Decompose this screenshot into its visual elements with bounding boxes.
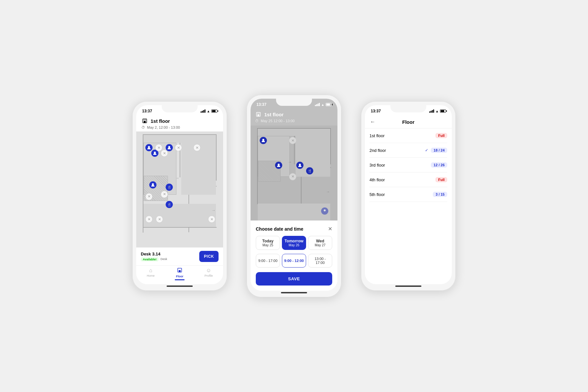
signal-icon-1 [201,109,205,113]
nav-floor-label-1: Floor [176,275,184,278]
desk-partial-p2 [321,207,328,215]
desk-x-2: ✕ [161,150,168,157]
desk-x-6: ✕ [193,144,201,151]
header-title-1: 1st floor [151,118,170,124]
signal-icon-2 [315,103,320,106]
floor-item-3rd[interactable]: 3rd floor 12 / 26 [369,158,447,172]
selected-check-2nd: ✓ [425,148,428,153]
desk-x-8: ✕ [145,216,153,223]
floor-badge-5th: 3 / 15 [433,192,447,197]
phone-2: 13:37 ▲ [247,95,341,297]
svg-point-17 [324,209,326,211]
svg-rect-3 [145,120,146,120]
modal-title: Choose date and time [256,226,303,232]
back-button-3[interactable]: ← [370,119,375,125]
floor-item-1st[interactable]: 1st floor Full [369,128,447,143]
desk-x-3: ✕ [175,144,182,151]
floor-list: 1st floor Full 2nd floor ✓ 18 / 24 3rd f… [365,128,452,284]
date-selector-row: Today May 25 Tomorrow May 26 Wed May 27 [256,236,332,250]
svg-rect-1 [144,121,146,123]
svg-rect-2 [144,120,144,120]
desk-dot-p2-1[interactable] [260,137,267,144]
clock-icon-2: ⏱ [255,119,259,123]
floor-badge-1st: Full [435,133,447,138]
status-icons-3: ▲ [429,109,446,113]
date-wed-btn[interactable]: Wed May 27 [308,236,332,250]
status-time-3: 13:37 [371,109,381,113]
svg-rect-11 [257,114,259,116]
modal-close-button[interactable]: ✕ [328,226,332,232]
time-all-day-btn[interactable]: 9:00 - 17:00 [256,254,280,268]
floor-item-4th[interactable]: 4th floor Full [369,172,447,187]
tag-available: Available! [141,257,158,261]
floor-item-2nd[interactable]: 2nd floor ✓ 18 / 24 [369,143,447,158]
notch-2 [276,99,312,106]
floor-badge-4th: Full [435,177,447,182]
desk-x-p2-2: ✕ [289,173,296,180]
time-selector-row: 9:00 - 17:00 9:00 - 12:00 13:00 - 17:00 [256,254,332,268]
pick-button[interactable]: PICK [199,251,219,262]
desk-x-9: ✕ [156,216,163,223]
map-header-section-2: 1st floor ⏱ May 25 12:00 - 13:00 [251,109,337,125]
wifi-icon-3: ▲ [435,109,439,113]
battery-icon-1 [211,109,217,113]
desk-x-4: ✕ [145,193,153,200]
signal-icon-3 [429,109,434,113]
floor-item-5th[interactable]: 5th floor 3 / 15 [369,187,447,202]
desk-dot-p2-3[interactable] [296,162,303,169]
desk-card-1: Desk 3.14 Available! Desk PICK [136,247,223,265]
header-subtitle-1: ⏱ May 2, 12:00 - 13:00 [141,125,218,129]
desk-card-info-1: Desk 3.14 Available! Desk [141,252,199,261]
svg-rect-12 [257,113,258,114]
svg-rect-13 [259,113,259,114]
time-afternoon-btn[interactable]: 13:00 - 17:00 [308,254,332,268]
desk-x-1: ✕ [155,144,162,151]
phone-1: 13:37 ▲ [132,101,227,291]
wifi-icon-1: ▲ [207,109,210,113]
screen-2: 1st floor ⏱ May 25 12:00 - 13:00 [251,109,337,291]
status-time-1: 13:37 [142,109,152,113]
food-p2-1: 🍴 [306,167,313,174]
nav-indicator-1 [175,279,185,280]
date-tomorrow-btn[interactable]: Tomorrow May 26 [282,236,306,250]
floor-map-2: → → ✕ ✕ 🍴 [251,125,337,220]
screen-3: ← Floor 1st floor Full 2nd floor ✓ [365,116,452,284]
floor-list-header: ← Floor [365,116,452,128]
modal-header: Choose date and time ✕ [256,226,332,232]
svg-rect-9 [179,270,181,272]
desk-dot-3[interactable] [166,144,173,151]
tag-type: Desk [160,257,167,261]
home-bar-3 [395,286,421,287]
phone-3: 13:37 ▲ ← Floor [361,101,456,291]
floor-badge-2nd: 18 / 24 [431,148,447,153]
status-icons-1: ▲ [201,109,217,113]
desk-x-p2-1: ✕ [289,137,296,144]
floor-2nd-right: ✓ 18 / 24 [425,148,447,153]
battery-icon-2 [326,103,332,106]
nav-profile-1[interactable]: ☺ Profile [194,268,223,280]
date-today-btn[interactable]: Today May 25 [256,236,280,250]
save-button[interactable]: SAVE [256,272,332,286]
nav-home-1[interactable]: ⌂ Home [136,268,165,280]
floor-badge-3rd: 12 / 26 [431,162,447,168]
floor-nav-icon-1 [177,268,182,274]
app-header-1: 1st floor ⏱ May 2, 12:00 - 13:00 [136,116,223,132]
time-morning-btn[interactable]: 9:00 - 12:00 [282,254,306,268]
header-title-3: Floor [375,119,441,125]
desk-x-5: ✕ [161,191,168,198]
status-icons-2: ▲ [315,103,332,106]
building-icon-2 [255,111,262,118]
bottom-nav-1: ⌂ Home Floor ☺ [136,265,223,284]
nav-floor-1[interactable]: Floor [165,268,194,280]
wifi-icon-2: ▲ [321,103,324,106]
desk-dot-1[interactable] [145,144,153,151]
screen-1: 1st floor ⏱ May 2, 12:00 - 13:00 [136,116,223,284]
notch-1 [162,105,198,112]
header-title-2: 1st floor [264,112,284,117]
building-icon-1 [141,118,148,124]
desk-name: Desk 3.14 [141,252,199,256]
nav-profile-label-1: Profile [204,274,213,277]
desk-x-7: ✕ [208,216,215,223]
clock-icon-1: ⏱ [141,125,145,129]
desk-dot-p2-2[interactable] [275,162,282,169]
